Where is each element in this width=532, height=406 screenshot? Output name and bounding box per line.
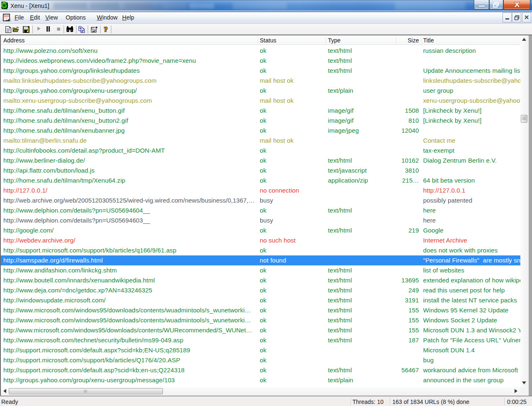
svg-text:DOC: DOC xyxy=(4,15,10,17)
